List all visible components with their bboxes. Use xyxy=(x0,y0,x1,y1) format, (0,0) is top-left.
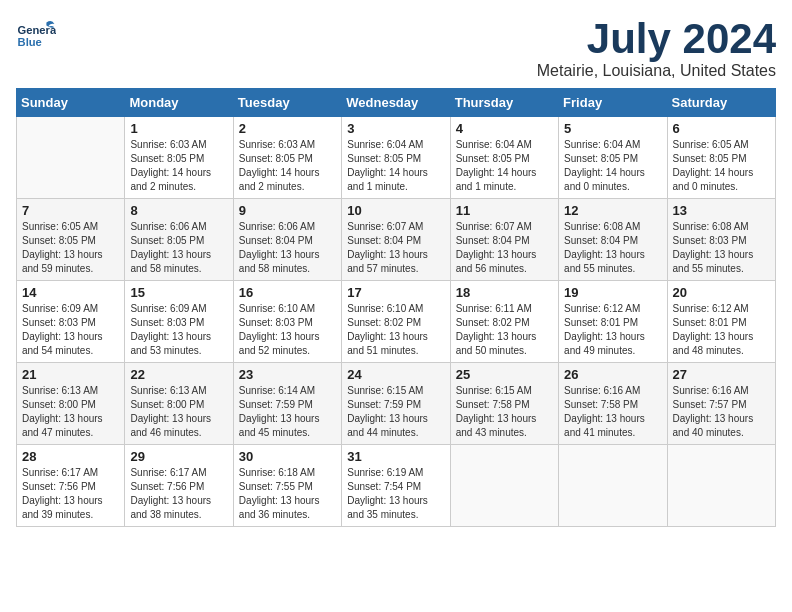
calendar-cell: 13Sunrise: 6:08 AMSunset: 8:03 PMDayligh… xyxy=(667,199,775,281)
calendar-cell: 10Sunrise: 6:07 AMSunset: 8:04 PMDayligh… xyxy=(342,199,450,281)
calendar-cell: 26Sunrise: 6:16 AMSunset: 7:58 PMDayligh… xyxy=(559,363,667,445)
day-info: Sunrise: 6:12 AMSunset: 8:01 PMDaylight:… xyxy=(564,302,661,358)
day-number: 8 xyxy=(130,203,227,218)
day-number: 30 xyxy=(239,449,336,464)
day-number: 19 xyxy=(564,285,661,300)
page-header: General Blue July 2024 Metairie, Louisia… xyxy=(16,16,776,80)
day-info: Sunrise: 6:09 AMSunset: 8:03 PMDaylight:… xyxy=(130,302,227,358)
calendar-cell: 17Sunrise: 6:10 AMSunset: 8:02 PMDayligh… xyxy=(342,281,450,363)
day-info: Sunrise: 6:04 AMSunset: 8:05 PMDaylight:… xyxy=(456,138,553,194)
calendar-cell: 7Sunrise: 6:05 AMSunset: 8:05 PMDaylight… xyxy=(17,199,125,281)
title-area: July 2024 Metairie, Louisiana, United St… xyxy=(537,16,776,80)
day-info: Sunrise: 6:10 AMSunset: 8:02 PMDaylight:… xyxy=(347,302,444,358)
day-info: Sunrise: 6:13 AMSunset: 8:00 PMDaylight:… xyxy=(22,384,119,440)
sub-title: Metairie, Louisiana, United States xyxy=(537,62,776,80)
day-number: 4 xyxy=(456,121,553,136)
calendar-week-4: 21Sunrise: 6:13 AMSunset: 8:00 PMDayligh… xyxy=(17,363,776,445)
day-info: Sunrise: 6:04 AMSunset: 8:05 PMDaylight:… xyxy=(347,138,444,194)
day-number: 26 xyxy=(564,367,661,382)
day-info: Sunrise: 6:05 AMSunset: 8:05 PMDaylight:… xyxy=(673,138,770,194)
day-number: 3 xyxy=(347,121,444,136)
day-info: Sunrise: 6:03 AMSunset: 8:05 PMDaylight:… xyxy=(130,138,227,194)
day-info: Sunrise: 6:03 AMSunset: 8:05 PMDaylight:… xyxy=(239,138,336,194)
day-info: Sunrise: 6:17 AMSunset: 7:56 PMDaylight:… xyxy=(22,466,119,522)
day-info: Sunrise: 6:07 AMSunset: 8:04 PMDaylight:… xyxy=(456,220,553,276)
day-number: 5 xyxy=(564,121,661,136)
day-number: 17 xyxy=(347,285,444,300)
svg-text:Blue: Blue xyxy=(18,36,42,48)
day-number: 29 xyxy=(130,449,227,464)
day-number: 13 xyxy=(673,203,770,218)
day-info: Sunrise: 6:07 AMSunset: 8:04 PMDaylight:… xyxy=(347,220,444,276)
calendar-header-friday: Friday xyxy=(559,89,667,117)
calendar-cell: 21Sunrise: 6:13 AMSunset: 8:00 PMDayligh… xyxy=(17,363,125,445)
logo-icon: General Blue xyxy=(16,16,56,56)
calendar-header-saturday: Saturday xyxy=(667,89,775,117)
calendar-cell: 28Sunrise: 6:17 AMSunset: 7:56 PMDayligh… xyxy=(17,445,125,527)
calendar-header-thursday: Thursday xyxy=(450,89,558,117)
calendar-week-5: 28Sunrise: 6:17 AMSunset: 7:56 PMDayligh… xyxy=(17,445,776,527)
calendar-cell: 23Sunrise: 6:14 AMSunset: 7:59 PMDayligh… xyxy=(233,363,341,445)
day-info: Sunrise: 6:18 AMSunset: 7:55 PMDaylight:… xyxy=(239,466,336,522)
calendar-cell: 6Sunrise: 6:05 AMSunset: 8:05 PMDaylight… xyxy=(667,117,775,199)
calendar-cell xyxy=(17,117,125,199)
calendar-cell: 1Sunrise: 6:03 AMSunset: 8:05 PMDaylight… xyxy=(125,117,233,199)
day-info: Sunrise: 6:06 AMSunset: 8:04 PMDaylight:… xyxy=(239,220,336,276)
day-number: 10 xyxy=(347,203,444,218)
day-info: Sunrise: 6:04 AMSunset: 8:05 PMDaylight:… xyxy=(564,138,661,194)
calendar-week-1: 1Sunrise: 6:03 AMSunset: 8:05 PMDaylight… xyxy=(17,117,776,199)
day-info: Sunrise: 6:13 AMSunset: 8:00 PMDaylight:… xyxy=(130,384,227,440)
calendar-cell: 19Sunrise: 6:12 AMSunset: 8:01 PMDayligh… xyxy=(559,281,667,363)
day-number: 31 xyxy=(347,449,444,464)
day-number: 1 xyxy=(130,121,227,136)
main-title: July 2024 xyxy=(537,16,776,62)
day-info: Sunrise: 6:08 AMSunset: 8:04 PMDaylight:… xyxy=(564,220,661,276)
day-info: Sunrise: 6:12 AMSunset: 8:01 PMDaylight:… xyxy=(673,302,770,358)
day-info: Sunrise: 6:15 AMSunset: 7:58 PMDaylight:… xyxy=(456,384,553,440)
day-number: 21 xyxy=(22,367,119,382)
day-info: Sunrise: 6:16 AMSunset: 7:58 PMDaylight:… xyxy=(564,384,661,440)
day-number: 24 xyxy=(347,367,444,382)
day-number: 7 xyxy=(22,203,119,218)
day-number: 28 xyxy=(22,449,119,464)
calendar-cell xyxy=(450,445,558,527)
day-number: 23 xyxy=(239,367,336,382)
day-number: 25 xyxy=(456,367,553,382)
calendar-cell: 3Sunrise: 6:04 AMSunset: 8:05 PMDaylight… xyxy=(342,117,450,199)
day-number: 6 xyxy=(673,121,770,136)
day-info: Sunrise: 6:08 AMSunset: 8:03 PMDaylight:… xyxy=(673,220,770,276)
calendar-header-wednesday: Wednesday xyxy=(342,89,450,117)
calendar-cell: 31Sunrise: 6:19 AMSunset: 7:54 PMDayligh… xyxy=(342,445,450,527)
day-info: Sunrise: 6:06 AMSunset: 8:05 PMDaylight:… xyxy=(130,220,227,276)
day-number: 27 xyxy=(673,367,770,382)
calendar-cell: 20Sunrise: 6:12 AMSunset: 8:01 PMDayligh… xyxy=(667,281,775,363)
calendar-cell: 29Sunrise: 6:17 AMSunset: 7:56 PMDayligh… xyxy=(125,445,233,527)
calendar-header-tuesday: Tuesday xyxy=(233,89,341,117)
calendar-cell: 2Sunrise: 6:03 AMSunset: 8:05 PMDaylight… xyxy=(233,117,341,199)
calendar-cell: 30Sunrise: 6:18 AMSunset: 7:55 PMDayligh… xyxy=(233,445,341,527)
day-number: 9 xyxy=(239,203,336,218)
day-info: Sunrise: 6:17 AMSunset: 7:56 PMDaylight:… xyxy=(130,466,227,522)
calendar-week-3: 14Sunrise: 6:09 AMSunset: 8:03 PMDayligh… xyxy=(17,281,776,363)
day-number: 18 xyxy=(456,285,553,300)
logo: General Blue xyxy=(16,16,56,56)
day-number: 11 xyxy=(456,203,553,218)
day-info: Sunrise: 6:19 AMSunset: 7:54 PMDaylight:… xyxy=(347,466,444,522)
day-info: Sunrise: 6:15 AMSunset: 7:59 PMDaylight:… xyxy=(347,384,444,440)
calendar-table: SundayMondayTuesdayWednesdayThursdayFrid… xyxy=(16,88,776,527)
calendar-cell: 22Sunrise: 6:13 AMSunset: 8:00 PMDayligh… xyxy=(125,363,233,445)
calendar-cell: 16Sunrise: 6:10 AMSunset: 8:03 PMDayligh… xyxy=(233,281,341,363)
calendar-cell xyxy=(667,445,775,527)
day-info: Sunrise: 6:09 AMSunset: 8:03 PMDaylight:… xyxy=(22,302,119,358)
calendar-header-sunday: Sunday xyxy=(17,89,125,117)
calendar-header-row: SundayMondayTuesdayWednesdayThursdayFrid… xyxy=(17,89,776,117)
calendar-cell: 4Sunrise: 6:04 AMSunset: 8:05 PMDaylight… xyxy=(450,117,558,199)
day-info: Sunrise: 6:05 AMSunset: 8:05 PMDaylight:… xyxy=(22,220,119,276)
day-info: Sunrise: 6:16 AMSunset: 7:57 PMDaylight:… xyxy=(673,384,770,440)
calendar-header-monday: Monday xyxy=(125,89,233,117)
calendar-cell: 8Sunrise: 6:06 AMSunset: 8:05 PMDaylight… xyxy=(125,199,233,281)
calendar-cell: 27Sunrise: 6:16 AMSunset: 7:57 PMDayligh… xyxy=(667,363,775,445)
calendar-cell: 18Sunrise: 6:11 AMSunset: 8:02 PMDayligh… xyxy=(450,281,558,363)
calendar-week-2: 7Sunrise: 6:05 AMSunset: 8:05 PMDaylight… xyxy=(17,199,776,281)
day-info: Sunrise: 6:11 AMSunset: 8:02 PMDaylight:… xyxy=(456,302,553,358)
